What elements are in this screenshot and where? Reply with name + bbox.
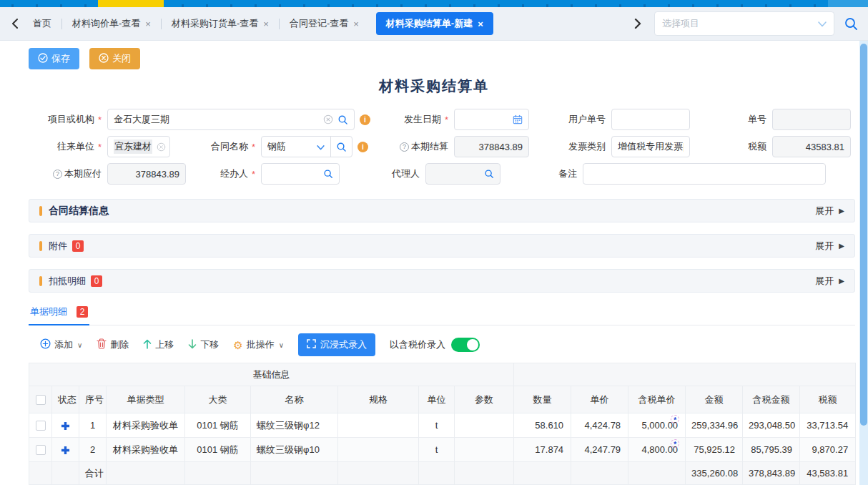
scrollbar-thumb[interactable] [860,44,867,426]
move-up-button[interactable]: 上移 [143,338,174,351]
contract-value: 钢筋 [267,140,317,153]
chevron-down-icon [818,19,827,29]
question-icon[interactable]: ? [53,170,62,179]
col-amount: 金额 [686,386,743,413]
table-total-row: 合计 335,260.08 378,843.89 43,583.81 [29,462,856,485]
expand-button[interactable]: 展开 [815,205,844,217]
save-button[interactable]: 保存 [29,48,79,69]
col-price: 单价 [571,386,628,413]
cell-status[interactable] [52,438,79,462]
page-title: 材料采购结算单 [0,77,868,96]
clear-icon[interactable] [323,114,333,124]
project-select[interactable]: 选择项目 [654,11,834,36]
action-button-row: 保存 关闭 [0,41,868,69]
expand-button[interactable]: 展开 [815,240,844,253]
vertical-scrollbar[interactable] [859,41,868,485]
vendor-input[interactable]: 宜东建材 [107,136,170,157]
total-empty-cell [29,462,52,485]
modified-cell-marker [671,415,679,423]
chevron-right-icon[interactable] [630,16,646,31]
cell-unit[interactable]: t [419,413,455,438]
chevron-left-icon[interactable] [7,16,23,31]
section-contract-settlement[interactable]: 合同结算信息 展开 [29,199,855,222]
table-column-header-row: 状态 序号 单据类型 大类 名称 规格 单位 参数 数量 单价 含税单价 金额 … [29,386,856,413]
date-input[interactable] [454,109,529,130]
search-icon[interactable] [330,137,352,157]
section-title: 合同结算信息 [49,205,109,217]
move-down-button[interactable]: 下移 [188,338,219,351]
cell-qty[interactable]: 58.610 [514,413,571,438]
plus-circle-icon [40,338,51,351]
cell-category[interactable]: 0101 钢筋 [185,413,251,438]
chevron-down-icon [77,341,82,349]
add-button[interactable]: 添加 [40,338,82,351]
section-attachments[interactable]: 附件 0 展开 [29,234,855,258]
doc-no-input [772,109,851,130]
search-icon[interactable] [337,114,348,125]
cell-status[interactable] [52,413,79,438]
cell-name[interactable]: 螺纹三级钢φ12 [251,413,338,438]
invoice-type-input[interactable]: 增值税专用发票|13 [611,136,690,157]
close-icon[interactable]: × [353,19,359,29]
cell-spec[interactable] [338,438,419,462]
tax-price-toggle-on[interactable] [451,338,480,352]
cell-qty[interactable]: 17.874 [514,438,571,462]
calendar-icon[interactable] [513,114,523,124]
row-checkbox[interactable] [36,445,46,455]
tab-purchase-order[interactable]: 材料采购订货单-查看 × [162,7,279,41]
info-icon[interactable]: i [360,114,370,125]
tab-document-detail[interactable]: 单据明细 2 [29,305,89,325]
search-icon[interactable] [844,17,858,31]
immersive-entry-button[interactable]: 沉浸式录入 [298,333,375,356]
cell-price[interactable]: 4,247.79 [571,438,628,462]
col-seq: 序号 [79,386,107,413]
tab-material-inquiry[interactable]: 材料询价单-查看 × [62,7,161,41]
tab-contract-register[interactable]: 合同登记-查看 × [280,7,369,41]
chevron-down-icon [317,142,325,152]
cell-doc-type[interactable]: 材料采购验收单 [107,438,185,462]
select-all-checkbox[interactable] [36,395,46,405]
close-icon[interactable]: × [263,19,269,29]
modified-cell-marker [671,439,679,448]
current-settle-value: 378843.89 [479,142,523,152]
cell-name[interactable]: 螺纹三级钢φ10 [251,438,338,462]
question-icon[interactable]: ? [400,142,409,152]
tab-purchase-settlement-active[interactable]: 材料采购结算单-新建 × [376,12,493,35]
cell-param[interactable] [455,438,514,462]
cell-param[interactable] [455,413,514,438]
cell-tax-amount: 85,795.39 [743,438,800,462]
search-icon[interactable] [323,169,333,179]
triangle-right-icon [839,277,844,285]
project-input[interactable]: 金石大厦三期 [107,109,355,130]
user-no-input[interactable] [611,109,690,130]
cell-amount: 75,925.12 [686,438,743,462]
cell-doc-type[interactable]: 材料采购验收单 [107,413,185,438]
cell-category[interactable]: 0101 钢筋 [185,438,251,462]
close-button[interactable]: 关闭 [89,48,140,69]
col-param: 参数 [455,386,514,413]
clear-icon[interactable] [157,142,166,152]
section-title: 附件 [49,240,67,253]
close-icon[interactable]: × [478,19,483,29]
close-icon[interactable]: × [145,19,151,29]
total-empty-cell [185,462,251,485]
cell-seq: 1 [79,413,107,438]
batch-actions-button[interactable]: ⚙ 批操作 [233,338,284,351]
info-icon[interactable]: i [357,142,368,152]
tab-home[interactable]: 首页 [23,7,61,41]
group-header-amounts [514,363,856,386]
section-deduction-detail[interactable]: 扣抵明细 0 展开 [29,269,855,293]
cell-tax-price[interactable]: 4,800.00 [628,438,686,462]
row-checkbox[interactable] [36,421,46,431]
handler-input[interactable] [261,163,340,185]
plus-icon [61,421,70,431]
remark-input[interactable] [583,163,826,185]
expand-button[interactable]: 展开 [815,275,844,288]
search-icon[interactable] [484,169,494,179]
contract-select[interactable]: 钢筋 [262,137,330,157]
cell-tax-price[interactable]: 5,000.00 [628,413,686,438]
cell-unit[interactable]: t [419,438,455,462]
delete-button[interactable]: 删除 [97,338,129,351]
cell-spec[interactable] [338,413,419,438]
cell-price[interactable]: 4,424.78 [571,413,628,438]
